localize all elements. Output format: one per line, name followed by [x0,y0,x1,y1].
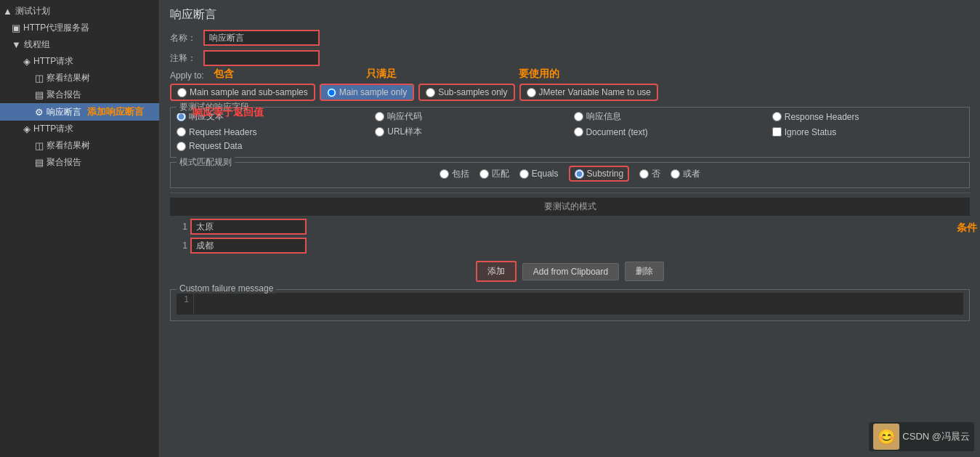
sidebar-label-test-plan: 测试计划 [15,5,50,17]
sidebar: ▲测试计划▣HTTP代理服务器▼线程组◈HTTP请求◫察看结果树▤聚合报告⚙响应… [0,0,160,457]
pattern-substring[interactable]: Substring [569,166,630,182]
custom-failure-section: Custom failure message 1 [170,289,970,321]
label-response-message: 响应信息 [586,110,621,123]
sidebar-icon-view-results-tree-2: ◫ [35,140,44,151]
comment-label: 注释： [170,52,199,65]
radio-jmeter-var-label: JMeter Variable Name to use [539,87,652,97]
pattern-equals[interactable]: Equals [519,169,559,179]
pattern-not[interactable]: 否 [639,168,660,180]
failure-input-area: 1 [177,293,963,315]
radio-main-and-sub-label: Main sample and sub-samples [190,87,308,97]
radio-main-only[interactable]: Main sample only [320,84,414,101]
radio-response-message[interactable] [574,112,583,121]
sidebar-item-view-results-tree-2[interactable]: ◫察看结果树 [0,137,159,154]
field-request-data[interactable]: Request Data [177,141,368,151]
radio-contains[interactable] [440,169,449,179]
main-panel: 响应断言 名称： 注释： Apply to: 包含 只满足 要使用的 Main … [160,0,980,457]
sidebar-item-response-assertion[interactable]: ⚙响应断言添加响应断言 [0,103,159,121]
apply-to-row: 包含 只满足 要使用的 Main sample and sub-samples … [170,84,970,101]
field-to-test-section: 要测试的响应字段 响应等于返回值 响应文本 响应代码 响应信息 Response… [170,107,970,158]
sidebar-item-aggregate-report-1[interactable]: ▤聚合报告 [0,86,159,103]
sidebar-item-test-plan[interactable]: ▲测试计划 [0,3,159,20]
sidebar-icon-aggregate-report-1: ▤ [35,89,44,100]
field-request-headers[interactable]: Request Headers [177,126,368,138]
sidebar-item-http-request-2[interactable]: ◈HTTP请求 [0,121,159,137]
radio-response-headers[interactable] [772,112,782,121]
field-document-text[interactable]: Document (text) [574,126,765,138]
delete-button[interactable]: 删除 [625,262,664,281]
add-clipboard-button[interactable]: Add from Clipboard [522,263,619,280]
radio-sub-only-input[interactable] [426,88,435,97]
label-substring: Substring [587,169,624,179]
radio-jmeter-var[interactable]: JMeter Variable Name to use [519,84,659,101]
sidebar-item-view-results-tree-1[interactable]: ◫察看结果树 [0,70,159,86]
field-response-headers[interactable]: Response Headers [772,110,963,123]
label-contains: 包括 [452,168,469,180]
sidebar-item-aggregate-report-2[interactable]: ▤聚合报告 [0,154,159,171]
radio-jmeter-var-input[interactable] [527,88,536,97]
radio-main-and-sub[interactable]: Main sample and sub-samples [170,84,315,101]
failure-textarea[interactable] [194,293,963,315]
radio-response-code[interactable] [375,112,384,121]
label-or: 或者 [683,168,700,180]
annotation-bao-han: 包含 [214,68,234,81]
pattern-row-1: 1 [170,219,970,235]
label-request-data: Request Data [189,141,242,151]
pattern-contains[interactable]: 包括 [440,168,469,180]
add-button[interactable]: 添加 [476,261,517,282]
radio-main-and-sub-input[interactable] [177,88,187,97]
radio-or[interactable] [671,169,680,179]
patterns-table-header: 要测试的模式 [170,198,970,216]
pattern-input-1[interactable] [190,219,307,235]
sidebar-icon-response-assertion: ⚙ [35,107,44,118]
sidebar-label-view-results-tree-1: 察看结果树 [46,72,90,84]
radio-main-only-input[interactable] [327,88,336,97]
radio-url-sample[interactable] [375,127,384,137]
watermark: 😊 CSDN @冯晨云 [869,422,974,451]
comment-input[interactable] [203,50,320,66]
radio-sub-only-label: Sub-samples only [438,87,507,97]
pattern-options-row: 包括 匹配 Equals Substring 否 或者 [177,166,963,182]
sidebar-icon-http-request-2: ◈ [23,124,31,134]
radio-substring[interactable] [575,169,584,179]
pattern-matches[interactable]: 匹配 [479,168,509,180]
radio-request-data[interactable] [177,142,186,151]
sidebar-label-http-proxy: HTTP代理服务器 [23,22,89,34]
sidebar-annotation-add: 添加响应断言 [87,105,144,118]
watermark-text: CSDN @冯晨云 [902,430,970,443]
radio-equals[interactable] [519,169,529,179]
sidebar-item-http-proxy[interactable]: ▣HTTP代理服务器 [0,20,159,36]
field-response-code[interactable]: 响应代码 [375,110,566,123]
field-test-grid: 响应文本 响应代码 响应信息 Response Headers Request … [177,110,963,151]
radio-sub-only[interactable]: Sub-samples only [418,84,514,101]
label-not: 否 [652,168,660,180]
field-url-sample[interactable]: URL样本 [375,126,566,138]
sidebar-icon-test-plan: ▲ [3,6,12,17]
name-input[interactable] [203,30,320,46]
sidebar-icon-view-results-tree-1: ◫ [35,73,44,84]
radio-document-text[interactable] [574,127,583,137]
failure-line-num: 1 [177,293,194,315]
sidebar-label-response-assertion: 响应断言 [46,106,81,118]
radio-not[interactable] [639,169,649,179]
apply-to-label: Apply to: [170,70,970,81]
sidebar-label-aggregate-report-2: 聚合报告 [46,156,81,169]
pattern-matching-section: 模式匹配规则 包括 匹配 Equals Substring 否 [170,162,970,188]
radio-request-headers[interactable] [177,127,186,137]
field-ignore-status[interactable]: Ignore Status [772,126,963,138]
pattern-or[interactable]: 或者 [671,168,700,180]
sidebar-item-thread-group[interactable]: ▼线程组 [0,36,159,53]
sidebar-icon-thread-group: ▼ [12,39,21,50]
pattern-input-2[interactable] [190,238,307,254]
field-response-message[interactable]: 响应信息 [574,110,765,123]
sidebar-item-http-request-1[interactable]: ◈HTTP请求 [0,53,159,70]
sidebar-label-http-request-1: HTTP请求 [33,55,73,68]
label-document-text: Document (text) [586,127,648,137]
check-ignore-status[interactable] [772,127,782,137]
sidebar-label-view-results-tree-2: 察看结果树 [46,139,90,152]
sidebar-icon-http-request-1: ◈ [23,56,31,67]
annotation-return: 响应等于返回值 [193,106,264,119]
sidebar-icon-http-proxy: ▣ [12,23,20,33]
label-url-sample: URL样本 [387,126,422,138]
radio-matches[interactable] [479,169,489,179]
